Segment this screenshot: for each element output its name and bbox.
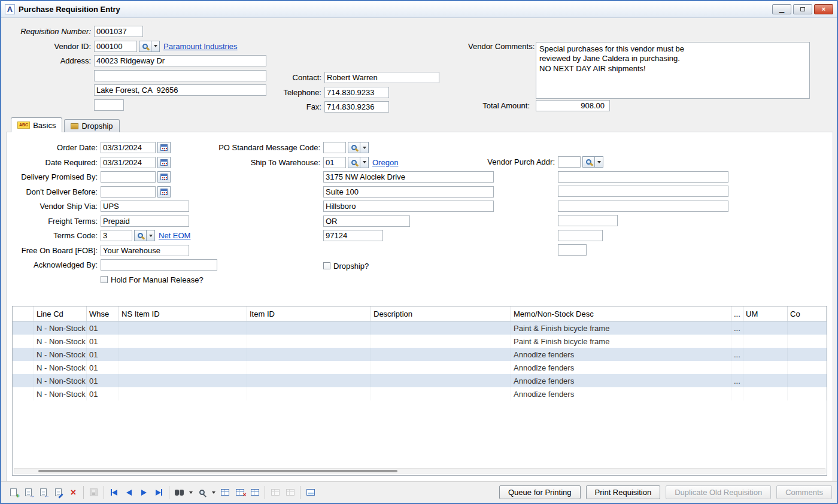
cell-whse[interactable]: 01 <box>87 321 119 335</box>
cell-item-id[interactable] <box>247 335 371 348</box>
cell-line-cd[interactable]: N - Non-Stock Item <box>34 387 87 400</box>
address-line2-field[interactable] <box>94 70 266 81</box>
cell-description[interactable] <box>371 361 511 374</box>
next-record-button[interactable] <box>136 485 151 500</box>
cell-co[interactable] <box>788 374 827 387</box>
insert-line-button[interactable]: → <box>21 485 36 500</box>
first-record-button[interactable] <box>107 485 122 500</box>
edit-line-button[interactable] <box>51 485 66 500</box>
cell-memo[interactable]: Paint & Finish bicycle frame <box>511 335 731 348</box>
cell-ns-item-id[interactable] <box>119 361 247 374</box>
cell-description[interactable] <box>371 348 511 361</box>
po-message-code-field[interactable] <box>323 142 346 153</box>
grid-row-4[interactable]: N - Non-Stock Item 01 Annodize fenders <box>13 361 827 374</box>
terms-code-field[interactable] <box>101 230 132 241</box>
ship-to-warehouse-link[interactable]: Oregon <box>372 158 398 167</box>
new-line-button[interactable]: + <box>6 485 21 500</box>
cell-memo[interactable]: Annodize fenders <box>511 387 731 400</box>
hold-for-manual-release-checkbox[interactable] <box>101 276 108 283</box>
ship-to-lookup-button[interactable] <box>348 157 360 168</box>
ship-to-warehouse-field[interactable] <box>323 157 346 168</box>
cell-co[interactable] <box>788 387 827 400</box>
vendor-purch-address1-field[interactable] <box>558 171 728 183</box>
delivery-promised-calendar-button[interactable] <box>157 171 171 183</box>
row-selector[interactable] <box>13 335 34 348</box>
ship-state-field[interactable] <box>323 215 410 227</box>
vendor-ship-via-field[interactable] <box>101 201 189 212</box>
cell-memo[interactable]: Annodize fenders <box>511 348 731 361</box>
ship-zip-field[interactable] <box>323 230 383 241</box>
cell-memo[interactable]: Paint & Finish bicycle frame <box>511 321 731 335</box>
cell-whse[interactable]: 01 <box>87 374 119 387</box>
vendor-purch-country-field[interactable] <box>558 244 587 256</box>
fob-field[interactable] <box>101 245 189 256</box>
cell-co[interactable] <box>788 321 827 335</box>
cell-line-cd[interactable]: N - Non-Stock Item <box>34 321 87 335</box>
order-date-field[interactable] <box>101 142 156 153</box>
cell-whse[interactable]: 01 <box>87 387 119 400</box>
grid-row-2[interactable]: N - Non-Stock Item 01 Paint & Finish bic… <box>13 335 827 348</box>
vendor-purch-zip-field[interactable] <box>558 230 603 241</box>
po-message-lookup-button[interactable] <box>348 142 360 153</box>
vendor-purch-addr-field[interactable] <box>558 156 581 168</box>
date-required-field[interactable] <box>101 157 156 168</box>
freight-terms-field[interactable] <box>101 215 189 227</box>
cell-whse[interactable]: 01 <box>87 361 119 374</box>
cell-ns-item-id[interactable] <box>119 321 247 335</box>
grid-options-button[interactable] <box>247 485 262 500</box>
ship-to-lookup-dropdown[interactable] <box>360 157 369 168</box>
vendor-name-link[interactable]: Paramount Industries <box>163 42 238 51</box>
telephone-field[interactable] <box>324 87 389 98</box>
ship-address1-field[interactable] <box>323 171 494 183</box>
zoom-button[interactable] <box>195 485 210 500</box>
order-date-calendar-button[interactable] <box>157 142 171 153</box>
fax-field[interactable] <box>324 101 389 113</box>
maximize-button[interactable] <box>793 4 812 14</box>
vendor-lookup-button[interactable] <box>139 41 151 52</box>
grid-row-6[interactable]: N - Non-Stock Item 01 Annodize fenders <box>13 387 827 400</box>
grid-remove-button[interactable]: × <box>232 485 247 500</box>
requisition-number-field[interactable] <box>94 26 143 37</box>
find-dropdown-button[interactable] <box>187 485 195 500</box>
ship-city-field[interactable] <box>323 201 494 212</box>
vendor-purch-lookup-button[interactable] <box>582 156 595 168</box>
grid-row-5[interactable]: N - Non-Stock Item 01 Annodize fenders .… <box>13 374 827 387</box>
po-message-lookup-dropdown[interactable] <box>360 142 369 153</box>
delivery-promised-field[interactable] <box>101 171 156 183</box>
grid-row-1[interactable]: N - Non-Stock Item 01 Paint & Finish bic… <box>13 321 827 335</box>
cell-co[interactable] <box>788 348 827 361</box>
horizontal-scrollbar[interactable] <box>14 468 825 473</box>
cell-item-id[interactable] <box>247 321 371 335</box>
delete-line-button[interactable]: × <box>66 485 81 500</box>
minimize-button[interactable]: ▁ <box>772 4 791 14</box>
vendor-purch-state-field[interactable] <box>558 215 618 226</box>
cell-dots[interactable] <box>731 387 743 400</box>
terms-code-link[interactable]: Net EOM <box>159 231 190 240</box>
cell-description[interactable] <box>371 335 511 348</box>
vendor-lookup-dropdown[interactable] <box>151 41 160 52</box>
cell-description[interactable] <box>371 321 511 335</box>
cell-ns-item-id[interactable] <box>119 374 247 387</box>
vendor-purch-city-field[interactable] <box>558 201 728 212</box>
cell-line-cd[interactable]: N - Non-Stock Item <box>34 361 87 374</box>
cell-whse[interactable]: 01 <box>87 335 119 348</box>
vendor-id-field[interactable] <box>94 41 137 52</box>
cell-um[interactable] <box>743 374 788 387</box>
vendor-comments-box[interactable]: Special purchases for this vendor must b… <box>536 42 810 99</box>
previous-record-button[interactable] <box>122 485 136 500</box>
last-record-button[interactable] <box>151 485 166 500</box>
row-selector[interactable] <box>13 348 34 361</box>
dont-deliver-field[interactable] <box>101 186 156 198</box>
cell-memo[interactable]: Annodize fenders <box>511 374 731 387</box>
cell-um[interactable] <box>743 387 788 400</box>
row-selector[interactable] <box>13 387 34 400</box>
row-selector[interactable] <box>13 321 34 335</box>
grid-row-3[interactable]: N - Non-Stock Item 01 Annodize fenders .… <box>13 348 827 361</box>
find-button[interactable] <box>172 485 187 500</box>
close-button[interactable]: × <box>814 4 833 14</box>
cell-dots[interactable]: ... <box>731 348 743 361</box>
cell-item-id[interactable] <box>247 348 371 361</box>
grid-view-button[interactable] <box>217 485 232 500</box>
cell-line-cd[interactable]: N - Non-Stock Item <box>34 374 87 387</box>
tab-basics[interactable]: ABC Basics <box>11 117 62 132</box>
